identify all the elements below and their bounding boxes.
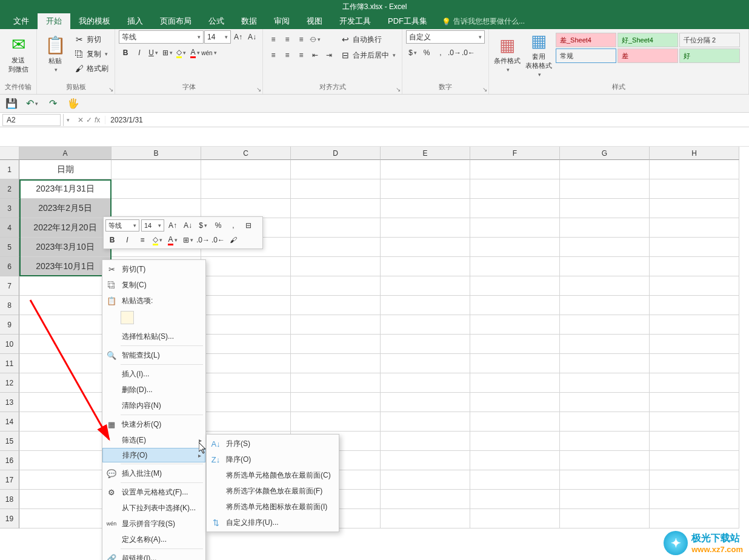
tab-review[interactable]: 审阅 [265,13,298,29]
row-head-8[interactable]: 8 [0,296,19,315]
align-center-button[interactable]: ≡ [281,48,294,62]
cell-H13[interactable] [650,393,739,412]
cell-A11[interactable] [19,354,112,373]
cell-E17[interactable] [381,470,470,490]
cell-A10[interactable] [19,335,112,354]
cell-F14[interactable] [470,412,560,432]
tab-formulas[interactable]: 公式 [200,13,233,29]
cell-D13[interactable] [291,393,381,412]
cell-H16[interactable] [650,451,739,470]
cell-H12[interactable] [650,373,739,393]
cell-E7[interactable] [381,276,470,296]
row-head-19[interactable]: 19 [0,509,19,528]
cell-C10[interactable] [201,335,291,354]
cell-F3[interactable] [470,199,560,218]
cell-G13[interactable] [560,393,650,412]
cell-G19[interactable] [560,509,650,528]
style-bad[interactable]: 差_Sheet4 [556,33,616,47]
fill-color-button[interactable]: ◇▾ [175,46,188,59]
increase-decimal-button[interactable]: .0→ [448,46,461,59]
col-head-G[interactable]: G [560,147,650,160]
cell-D2[interactable] [291,179,381,199]
send-to-wechat-button[interactable]: ✉ 发送 到微信 [4,33,33,75]
increase-indent-button[interactable]: ⇥ [322,48,336,62]
ctx-format-cells[interactable]: ⚙设置单元格格式(F)... [102,484,205,500]
cell-H5[interactable] [650,238,739,257]
ctx-pick-from-list[interactable]: 从下拉列表中选择(K)... [102,500,205,516]
sort-by-icon[interactable]: 将所选单元格图标放在最前面(I) [207,499,339,515]
merge-center-button[interactable]: ⊟合并后居中▾ [338,48,398,62]
cell-H15[interactable] [650,432,739,451]
sort-by-font-color[interactable]: 将所选字体颜色放在最前面(F) [207,483,339,499]
cell-E13[interactable] [381,393,470,412]
cell-A2[interactable]: 2023年1月31日 [19,179,112,199]
cell-H11[interactable] [650,354,739,373]
col-head-D[interactable]: D [291,147,381,160]
underline-button[interactable]: U▾ [147,46,160,59]
cell-D12[interactable] [291,373,381,393]
cell-G12[interactable] [560,373,650,393]
cell-A7[interactable] [19,276,112,296]
cell-E5[interactable] [381,238,470,257]
ctx-cut[interactable]: ✂剪切(T) [102,261,205,277]
cell-H1[interactable] [650,160,739,179]
cell-H18[interactable] [650,490,739,509]
mini-inc-decimal[interactable]: .0→ [196,233,210,247]
tab-pdf-tools[interactable]: PDF工具集 [379,13,436,29]
cell-H7[interactable] [650,276,739,296]
cell-E6[interactable] [381,257,470,276]
cell-F12[interactable] [470,373,560,393]
cell-H10[interactable] [650,335,739,354]
save-button[interactable]: 💾 [5,97,18,110]
mini-bold[interactable]: B [105,233,119,247]
row-head-17[interactable]: 17 [0,470,19,490]
cell-F17[interactable] [470,470,560,490]
mini-font-combo[interactable]: 等线▾ [105,219,139,232]
cell-H17[interactable] [650,470,739,490]
cell-E15[interactable] [381,432,470,451]
tab-page-layout[interactable]: 页面布局 [151,13,200,29]
row-head-4[interactable]: 4 [0,218,19,238]
ctx-paste-special[interactable]: 选择性粘贴(S)... [102,328,205,344]
tell-me[interactable]: 💡 告诉我您想要做什么... [436,14,531,29]
sort-custom[interactable]: ⇅自定义排序(U)... [207,515,339,530]
undo-button[interactable]: ↶▾ [25,97,39,110]
format-as-table-button[interactable]: ▦ 套用 表格格式▾ [524,33,553,75]
cell-H6[interactable] [650,257,739,276]
cell-G15[interactable] [560,432,650,451]
cell-F13[interactable] [470,393,560,412]
cell-A3[interactable]: 2023年2月5日 [19,199,112,218]
mini-font-color[interactable]: A▾ [166,233,179,247]
orientation-button[interactable]: ⦵▾ [308,33,322,46]
confirm-formula-button[interactable]: ✓ [86,116,92,124]
cell-A16[interactable] [19,451,112,470]
cell-G18[interactable] [560,490,650,509]
cell-F16[interactable] [470,451,560,470]
cell-D1[interactable] [291,160,381,179]
mini-size-combo[interactable]: 14▾ [141,219,164,232]
row-head-6[interactable]: 6 [0,257,19,276]
row-head-13[interactable]: 13 [0,393,19,412]
cell-D14[interactable] [291,412,381,432]
row-head-14[interactable]: 14 [0,412,19,432]
row-head-15[interactable]: 15 [0,432,19,451]
font-color-button[interactable]: A▾ [188,46,202,59]
cell-D4[interactable] [291,218,381,238]
paste-button[interactable]: 📋 粘贴 ▾ [41,33,70,75]
cell-F4[interactable] [470,218,560,238]
mini-italic[interactable]: I [121,233,134,247]
cell-A9[interactable] [19,315,112,335]
cell-E18[interactable] [381,490,470,509]
tab-developer[interactable]: 开发工具 [331,13,379,29]
formula-input[interactable]: 2023/1/31 [105,116,749,124]
sort-ascending[interactable]: A↓升序(S) [207,436,339,452]
cell-C8[interactable] [201,296,291,315]
cell-A6[interactable]: 2023年10月1日 [19,257,112,276]
cell-E16[interactable] [381,451,470,470]
mini-accounting[interactable]: $▾ [196,219,210,232]
cell-A18[interactable] [19,490,112,509]
align-left-button[interactable]: ≡ [267,48,280,62]
ctx-insert-comment[interactable]: 💬插入批注(M) [102,465,205,481]
cell-D6[interactable] [291,257,381,276]
row-head-5[interactable]: 5 [0,238,19,257]
